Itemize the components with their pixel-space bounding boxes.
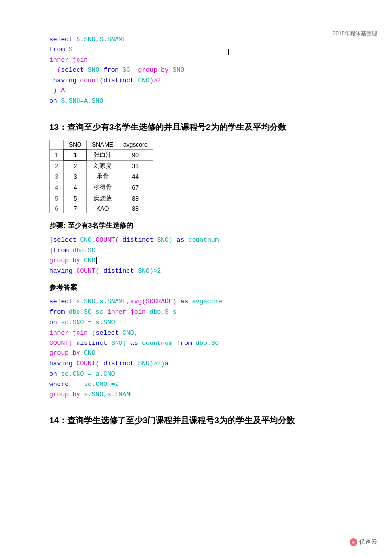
row-num: 4	[50, 182, 64, 193]
row-num: 3	[50, 171, 64, 182]
table-cell-sno: 1	[64, 150, 87, 161]
code-line: |from dbo.SC	[49, 246, 353, 256]
top-cursor: I	[227, 48, 229, 57]
table-cell-sno: 4	[64, 182, 87, 193]
table-row: 2 2 刘家灵 33	[50, 161, 153, 171]
row-num: 6	[50, 204, 64, 213]
logo-icon: ⊕	[350, 538, 357, 546]
code-line: group by CNO	[49, 256, 353, 266]
code-block-1: select S.SNO,S.SNAME from S inner join (…	[49, 35, 353, 107]
page: 2018年程沫基整理 I select S.SNO,S.SNAME from S…	[0, 0, 392, 555]
table-header-avgscore: avgscore	[118, 140, 153, 150]
table-cell-sname: KAO	[87, 204, 118, 213]
data-table: SNO SNAME avgscore 1 1 张白汁 90 2 2 刘家灵 33…	[49, 140, 153, 214]
code-line: from S	[49, 45, 353, 55]
code-line: select S.SNO,S.SNAME	[49, 35, 353, 45]
code-line: on sc.CNO = a.CNO	[49, 369, 353, 380]
code-line: group by CNO	[49, 348, 353, 359]
row-num: 2	[50, 161, 64, 171]
table-row: 6 7 KAO 88	[50, 204, 153, 213]
row-num: 1	[50, 150, 64, 161]
code-line: having COUNT( distinct SNO)>2	[49, 266, 353, 277]
table-row: 3 3 承骨 44	[50, 171, 153, 182]
code-line: ) A	[49, 86, 353, 96]
code-line: from dbo.SC sc inner join dbo.S s	[49, 307, 353, 318]
table-cell-sno: 2	[64, 161, 87, 171]
table-cell-sname: 承骨	[87, 171, 118, 182]
table-header-empty	[50, 140, 64, 150]
step-code-block: |select CNO,COUNT( distinct SNO) as coun…	[49, 235, 353, 276]
table-row: 1 1 张白汁 90	[50, 150, 153, 161]
code-line: select s.SNO,s.SNAME,avg(SCGRADE) as avg…	[49, 297, 353, 307]
table-cell-avgscore: 88	[118, 193, 153, 204]
section-13-title: 13：查询至少有3名学生选修的并且课程号2为的学生及平均分数	[49, 121, 353, 134]
table-cell-sname: 张白汁	[87, 150, 118, 161]
header-title: 2018年程沫基整理	[333, 30, 377, 37]
code-line: COUNT( distinct SNO) as countnum from db…	[49, 339, 353, 349]
table-cell-sname: 糜烧葱	[87, 193, 118, 204]
code-line: group by s.SNO,s.SNAME	[49, 390, 353, 400]
code-line: |select CNO,COUNT( distinct SNO) as coun…	[49, 235, 353, 246]
code-line: having count(distinct CNO)>2	[49, 76, 353, 86]
table-cell-avgscore: 67	[118, 182, 153, 193]
code-line: inner join (select CNO,	[49, 328, 353, 339]
step-label: 步骤: 至少有3名学生选修的	[49, 221, 353, 230]
table-cell-avgscore: 88	[118, 204, 153, 213]
table-cell-avgscore: 33	[118, 161, 153, 171]
code-line: on sc.SNO = s.SNO	[49, 318, 353, 328]
table-header-sname: SNAME	[87, 140, 118, 150]
code-line: (select SNO from SC group by SNO	[49, 65, 353, 76]
table-cell-avgscore: 44	[118, 171, 153, 182]
table-cell-sno: 5	[64, 193, 87, 204]
code-line: inner join	[49, 55, 353, 66]
section-14-title: 14：查询学生选修了至少3门课程并且课程号3为的学生及平均分数	[49, 414, 353, 427]
row-num: 5	[50, 193, 64, 204]
table-row: 4 4 柳得骨 67	[50, 182, 153, 193]
code-line: on S.SNO=A.SNO	[49, 96, 353, 107]
table-header-sno: SNO	[64, 140, 87, 150]
code-line: having COUNT( distinct SNO)>2)a	[49, 359, 353, 369]
table-cell-sname: 刘家灵	[87, 161, 118, 171]
ref-code-block: select s.SNO,s.SNAME,avg(SCGRADE) as avg…	[49, 297, 353, 400]
step-label-text: 步骤: 至少有3名学生选修的	[49, 221, 133, 229]
inline-cursor	[96, 257, 97, 264]
ref-label: 参考答案	[49, 283, 353, 292]
footer-logo-text: 亿速云	[359, 538, 377, 546]
code-line: where sc.CNO =2	[49, 380, 353, 390]
table-cell-sno: 7	[64, 204, 87, 213]
table-cell-sname: 柳得骨	[87, 182, 118, 193]
table-cell-sno: 3	[64, 171, 87, 182]
table-row: 5 5 糜烧葱 88	[50, 193, 153, 204]
footer: ⊕ 亿速云	[350, 538, 377, 546]
table-cell-avgscore: 90	[118, 150, 153, 161]
